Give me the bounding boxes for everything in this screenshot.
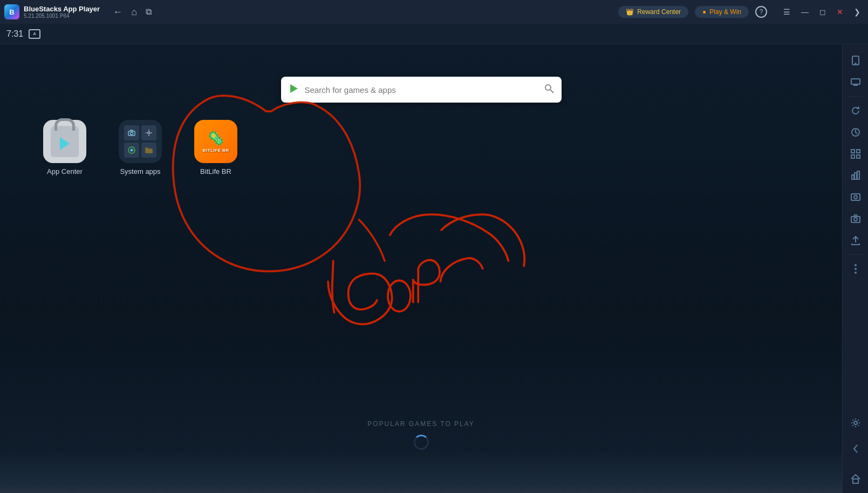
search-icon[interactable] <box>544 84 554 96</box>
right-buttons: 👑 Reward Center ● Play & Win ? ☰ — ◻ ✕ ❯ <box>618 6 864 18</box>
phone-icon[interactable] <box>846 51 865 70</box>
svg-rect-6 <box>851 150 855 153</box>
crown-icon: 👑 <box>626 8 634 16</box>
reward-center-label: Reward Center <box>637 8 681 16</box>
chart-icon[interactable] <box>846 166 865 185</box>
svg-rect-10 <box>852 175 854 179</box>
svg-point-31 <box>388 280 411 311</box>
grid-icon[interactable] <box>846 144 865 164</box>
nav-tabs-button[interactable]: ⧉ <box>146 7 152 17</box>
app-version: 5.21.205.1001 P64 <box>24 13 100 19</box>
search-container <box>281 77 562 103</box>
upload-icon[interactable] <box>846 231 865 250</box>
svg-rect-7 <box>857 150 860 153</box>
help-button[interactable]: ? <box>755 6 767 18</box>
search-input[interactable] <box>305 85 539 94</box>
refresh-icon[interactable] <box>846 101 865 120</box>
nav-home-button[interactable]: ⌂ <box>131 6 137 18</box>
svg-rect-8 <box>851 155 855 158</box>
app-center-icon <box>43 120 86 163</box>
hamburger-menu-button[interactable]: ☰ <box>780 6 794 17</box>
right-sidebar <box>842 0 868 493</box>
display-icon[interactable] <box>846 72 865 92</box>
settings-icon[interactable] <box>846 413 865 433</box>
search-bar[interactable] <box>281 77 562 103</box>
bitlife-label: BitLife BR <box>200 167 231 175</box>
bitlife-emoji: 🦠 <box>207 130 224 147</box>
popular-games-label: POPULAR GAMES TO PLAY <box>367 420 475 428</box>
more-options-icon[interactable] <box>846 259 865 279</box>
svg-point-16 <box>854 218 857 221</box>
svg-point-24 <box>545 85 551 90</box>
camera-icon[interactable] <box>846 209 865 228</box>
statusbar: 7:31 A <box>0 24 868 44</box>
svg-point-19 <box>855 268 857 270</box>
svg-rect-2 <box>851 79 860 84</box>
nav-back-button[interactable]: ← <box>113 6 122 18</box>
chrome-tile <box>124 143 139 158</box>
svg-rect-22 <box>853 479 858 483</box>
app-logo: B <box>4 4 19 19</box>
app-title: BlueStacks App Player <box>24 5 100 13</box>
bitlife-item[interactable]: 🦠 BITLIFE BR BitLife BR <box>194 120 237 175</box>
svg-marker-23 <box>290 84 298 93</box>
bag-shape <box>51 126 79 157</box>
svg-point-28 <box>148 132 150 134</box>
minimize-button[interactable]: — <box>798 6 812 17</box>
svg-rect-12 <box>857 171 859 179</box>
circle-icon: ● <box>702 8 706 16</box>
sidebar-divider-2 <box>848 254 863 255</box>
settings-tile <box>141 125 156 140</box>
svg-point-20 <box>855 272 857 274</box>
spinner <box>414 435 429 450</box>
sidebar-divider-1 <box>848 96 863 97</box>
clock: 7:31 <box>6 29 23 39</box>
bitlife-icon: 🦠 BITLIFE BR <box>194 120 237 163</box>
play-store-icon <box>289 83 299 97</box>
sidebar-home-icon[interactable] <box>846 469 865 489</box>
apps-area: App Center <box>43 120 237 175</box>
popular-games-section: POPULAR GAMES TO PLAY <box>367 418 475 428</box>
svg-rect-11 <box>855 173 857 179</box>
svg-point-27 <box>131 132 133 135</box>
play-win-button[interactable]: ● Play & Win <box>695 6 749 18</box>
system-apps-label: System apps <box>120 167 160 175</box>
clock-icon[interactable] <box>846 123 865 142</box>
nav-icons: ← ⌂ ⧉ <box>113 6 152 18</box>
keyboard-icon: A <box>29 29 40 39</box>
app-center-item[interactable]: App Center <box>43 120 86 175</box>
svg-point-18 <box>855 264 857 266</box>
svg-point-21 <box>854 421 857 424</box>
sidebar-toggle-button[interactable]: ❯ <box>851 6 864 17</box>
svg-rect-9 <box>857 155 860 158</box>
screenshot-icon[interactable] <box>846 187 865 207</box>
svg-line-25 <box>550 90 553 93</box>
loading-spinner <box>414 435 429 450</box>
close-button[interactable]: ✕ <box>833 6 846 17</box>
svg-point-1 <box>855 63 856 64</box>
reward-center-button[interactable]: 👑 Reward Center <box>618 6 688 18</box>
app-center-label: App Center <box>47 167 83 175</box>
camera-tile <box>124 125 139 140</box>
svg-rect-13 <box>851 194 860 200</box>
bottom-gradient <box>0 450 842 493</box>
titlebar: B BlueStacks App Player 5.21.205.1001 P6… <box>0 0 868 24</box>
maximize-button[interactable]: ◻ <box>816 6 829 17</box>
window-controls: ☰ — ◻ ✕ ❯ <box>780 6 864 17</box>
play-triangle <box>60 137 70 150</box>
bitlife-text: BITLIFE BR <box>203 148 229 153</box>
folder-tile <box>141 143 156 158</box>
svg-point-14 <box>854 195 857 199</box>
system-apps-icon <box>119 120 162 163</box>
system-apps-item[interactable]: System apps <box>119 120 162 175</box>
main-content: App Center <box>0 44 842 493</box>
sidebar-back-arrow-icon[interactable] <box>846 439 865 458</box>
play-win-label: Play & Win <box>709 8 741 16</box>
